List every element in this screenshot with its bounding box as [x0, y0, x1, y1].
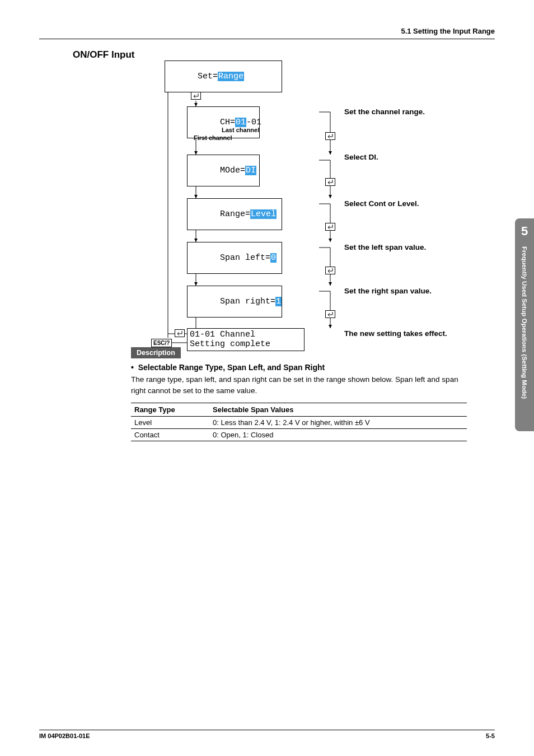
desc-body: The range type, span left, and span righ… [131, 374, 467, 396]
table-row: Contact 0: Open, 1: Closed [131, 429, 467, 441]
th-span-values: Selectable Span Values [209, 403, 467, 417]
set-box: Set=Range [165, 60, 282, 92]
esc-key: ESC/? [151, 339, 172, 347]
enter-icon [325, 223, 335, 231]
svg-rect-28 [326, 311, 335, 318]
ch-suffix: -01 [246, 118, 261, 127]
side-tab: 5 Frequently Used Setup Operations (Sett… [515, 218, 534, 431]
cell: Level [131, 417, 209, 429]
svg-rect-23 [191, 92, 201, 100]
enter-icon [325, 310, 335, 318]
description-block: Description • Selectable Range Type, Spa… [131, 347, 467, 441]
breadcrumb: 5.1 Setting the Input Range [39, 27, 495, 39]
cell: 0: Less than 2.4 V, 1: 2.4 V or higher, … [209, 417, 467, 429]
th-range-type: Range Type [131, 403, 209, 417]
desc-bullet-title: • Selectable Range Type, Span Left, and … [131, 363, 467, 372]
channel-box: CH=01-01 [187, 106, 260, 138]
range-caption: Select Cont or Level. [344, 199, 419, 208]
set-prefix: Set= [198, 72, 218, 81]
set-value: Range [218, 72, 244, 81]
spanl-caption: Set the left span value. [344, 243, 426, 251]
footer-right: 5-5 [486, 732, 495, 739]
enter-icon [191, 92, 201, 100]
enter-icon [325, 132, 335, 140]
range-value: Level [250, 209, 277, 219]
ch-hl: 01 [235, 118, 246, 127]
ch-caption: Set the channel range. [344, 108, 425, 116]
ch-prefix: CH= [220, 118, 235, 127]
svg-rect-29 [175, 330, 185, 337]
span-right-box: Span right=1 [187, 286, 282, 318]
enter-icon [325, 178, 335, 186]
svg-rect-25 [326, 179, 335, 186]
side-tab-label: Frequently Used Setup Operations (Settin… [521, 246, 528, 414]
footer-left: IM 04P02B01-01E [39, 732, 90, 739]
mode-box: MOde=DI [187, 155, 260, 186]
table-header-row: Range Type Selectable Span Values [131, 403, 467, 417]
enter-icon [175, 329, 185, 337]
cell: Contact [131, 429, 209, 441]
last-channel-label: Last channel [222, 127, 259, 133]
result-line1: 01-01 Channel [190, 330, 255, 339]
result-caption: The new setting takes effect. [344, 329, 447, 338]
spanr-caption: Set the right span value. [344, 287, 432, 295]
cell: 0: Open, 1: Closed [209, 429, 467, 441]
mode-caption: Select DI. [344, 153, 378, 161]
section-title: ON/OFF Input [73, 49, 495, 60]
page-footer: IM 04P02B01-01E 5-5 [39, 730, 495, 739]
mode-value: DI [245, 166, 256, 175]
description-chip: Description [131, 347, 181, 358]
spanr-value: 1 [275, 297, 282, 306]
svg-rect-26 [326, 223, 335, 231]
range-box: Range=Level [187, 198, 282, 230]
spanl-prefix: Span left= [220, 253, 270, 263]
range-prefix: Range= [220, 209, 250, 219]
enter-icon [325, 267, 335, 274]
desc-bullet-text: Selectable Range Type, Span Left, and Sp… [138, 363, 325, 372]
flow-diagram: Set=Range CH=01-01 Set the channel range… [162, 60, 509, 352]
spanl-value: 0 [270, 253, 277, 263]
svg-rect-24 [326, 133, 335, 140]
mode-prefix: MOde= [220, 166, 245, 175]
span-left-box: Span left=0 [187, 242, 282, 274]
chapter-number: 5 [515, 224, 534, 239]
svg-rect-27 [326, 267, 335, 274]
spec-table: Range Type Selectable Span Values Level … [131, 403, 467, 441]
table-row: Level 0: Less than 2.4 V, 1: 2.4 V or hi… [131, 417, 467, 429]
spanr-prefix: Span right= [220, 297, 275, 306]
first-channel-label: First channel [194, 134, 232, 141]
